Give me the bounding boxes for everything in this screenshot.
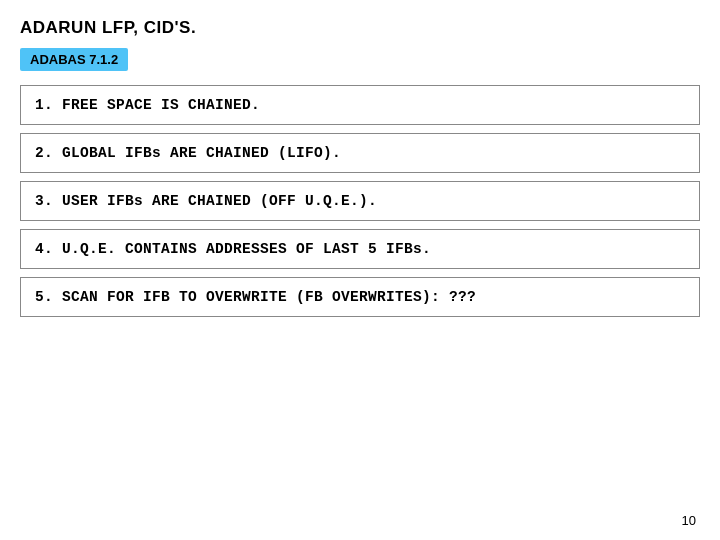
list-item-2: 2. GLOBAL IFBs ARE CHAINED (LIFO).: [20, 133, 700, 173]
page-title: ADARUN LFP, CID'S.: [20, 18, 700, 38]
item-text-4: 4. U.Q.E. CONTAINS ADDRESSES OF LAST 5 I…: [35, 241, 431, 257]
list-item-5: 5. SCAN FOR IFB TO OVERWRITE (FB OVERWRI…: [20, 277, 700, 317]
list-item-3: 3. USER IFBs ARE CHAINED (OFF U.Q.E.).: [20, 181, 700, 221]
page-number: 10: [682, 513, 696, 528]
list-item-1: 1. FREE SPACE IS CHAINED.: [20, 85, 700, 125]
item-text-1: 1. FREE SPACE IS CHAINED.: [35, 97, 260, 113]
item-text-2: 2. GLOBAL IFBs ARE CHAINED (LIFO).: [35, 145, 341, 161]
item-text-5: 5. SCAN FOR IFB TO OVERWRITE (FB OVERWRI…: [35, 289, 476, 305]
item-text-3: 3. USER IFBs ARE CHAINED (OFF U.Q.E.).: [35, 193, 377, 209]
version-badge: ADABAS 7.1.2: [20, 48, 128, 71]
page-container: ADARUN LFP, CID'S. ADABAS 7.1.2 1. FREE …: [0, 0, 720, 540]
list-item-4: 4. U.Q.E. CONTAINS ADDRESSES OF LAST 5 I…: [20, 229, 700, 269]
